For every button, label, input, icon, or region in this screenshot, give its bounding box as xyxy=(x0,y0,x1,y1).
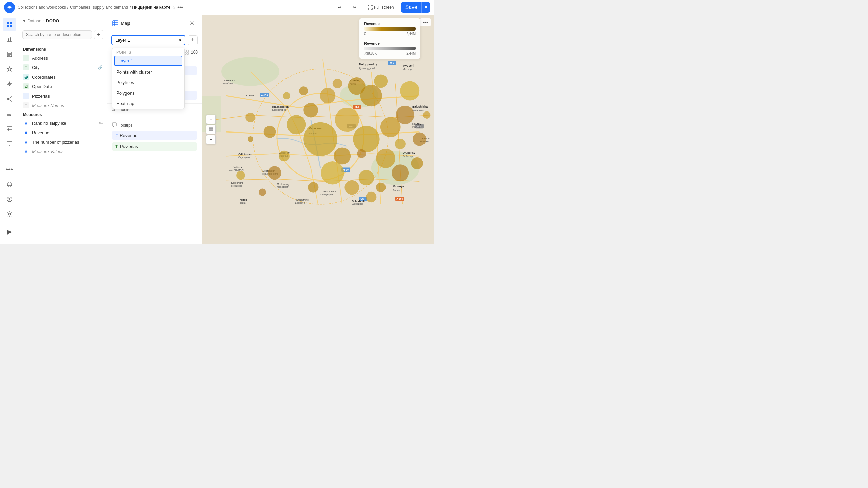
svg-point-111 xyxy=(392,164,409,181)
undo-button[interactable]: ↩ xyxy=(334,3,346,12)
svg-rect-2 xyxy=(7,25,9,27)
sidebar-item-grid[interactable] xyxy=(3,18,16,31)
svg-rect-140 xyxy=(209,130,211,131)
svg-rect-17 xyxy=(7,115,11,116)
tooltips-title: Tooltips xyxy=(112,122,197,128)
dropdown-item-layer1[interactable]: Layer 1 xyxy=(114,56,182,66)
dataset-chevron[interactable]: ▾ xyxy=(23,18,25,23)
breadcrumb-part2[interactable]: Companies: supply and demand xyxy=(70,5,128,10)
svg-point-135 xyxy=(236,171,245,180)
layer-dropdown[interactable]: Layer 1 ▾ Points Layer 1 Points with clu… xyxy=(111,35,185,45)
dropdown-item-polylines[interactable]: Polylines xyxy=(112,77,184,88)
tooltips-revenue-field[interactable]: # Revenue xyxy=(112,131,197,140)
sidebar-item-monitor[interactable] xyxy=(3,137,16,150)
zoom-in-button[interactable]: + xyxy=(206,115,216,124)
svg-point-134 xyxy=(248,136,253,142)
svg-point-117 xyxy=(400,81,419,101)
fullscreen-button[interactable]: Full screen xyxy=(363,3,398,12)
svg-text:Московский: Московский xyxy=(277,186,289,188)
measure-values[interactable]: # Measure Values xyxy=(19,147,107,156)
svg-text:Балашиха: Балашиха xyxy=(412,109,424,112)
city-icon: T xyxy=(23,64,29,70)
add-layer-button[interactable]: + xyxy=(188,35,198,45)
layer-selector: Layer 1 ▾ Points Layer 1 Points with clu… xyxy=(107,32,202,48)
dimension-coordinates[interactable]: ◎ Coordinates xyxy=(19,72,107,82)
svg-point-116 xyxy=(374,75,388,88)
favorite-icon[interactable]: ☆ xyxy=(172,5,176,10)
sidebar-item-more[interactable]: ••• xyxy=(3,163,16,176)
icon-sidebar-bottom: ••• ▶ xyxy=(3,163,16,241)
svg-point-119 xyxy=(279,151,290,161)
svg-point-11 xyxy=(7,98,8,100)
sidebar-item-table[interactable] xyxy=(3,122,16,136)
svg-point-127 xyxy=(283,92,290,99)
save-split-button[interactable]: Save ▾ xyxy=(401,2,430,13)
map-more-button[interactable]: ••• xyxy=(420,18,431,26)
sidebar-item-charts[interactable] xyxy=(3,33,16,46)
map-background[interactable]: A-100 M-9 M-8 MRD MRD M-10 A-105 OSF Dol… xyxy=(202,15,434,244)
svg-rect-31 xyxy=(187,50,189,52)
sidebar-item-lightning[interactable] xyxy=(3,77,16,91)
zoom-out-button[interactable]: − xyxy=(206,135,216,144)
sidebar-item-settings[interactable] xyxy=(3,207,16,221)
svg-text:Троицк: Троицк xyxy=(238,202,246,204)
address-icon: T xyxy=(23,55,29,61)
legend-range2-max: 2,44M xyxy=(406,52,416,55)
viz-settings-button[interactable] xyxy=(187,18,197,28)
sidebar-item-bell[interactable] xyxy=(3,178,16,191)
dimension-pizzerias[interactable]: T Pizzerias xyxy=(19,91,107,101)
svg-text:Дрожжино: Дрожжино xyxy=(295,202,305,204)
tooltips-pizzerias-label: Pizzerias xyxy=(120,144,138,149)
dropdown-section-header: Points xyxy=(112,48,184,55)
svg-point-108 xyxy=(334,147,351,164)
more-options-icon[interactable]: ••• xyxy=(177,4,183,11)
sidebar-item-connections[interactable] xyxy=(3,92,16,106)
save-arrow[interactable]: ▾ xyxy=(421,2,430,13)
svg-text:Нахабино: Нахабино xyxy=(223,82,233,85)
svg-text:Vniiссок: Vniiссок xyxy=(234,166,243,169)
svg-rect-28 xyxy=(113,21,118,26)
viz-title: Map xyxy=(121,21,185,26)
svg-rect-22 xyxy=(7,142,12,145)
dimension-city[interactable]: T City 🔗 xyxy=(19,63,107,72)
search-input[interactable] xyxy=(22,30,92,39)
measure-rank[interactable]: # Rank по выручке fω xyxy=(19,118,107,128)
svg-text:M-9: M-9 xyxy=(355,106,359,109)
svg-text:Reutov: Reutov xyxy=(412,122,421,125)
dataset-name: DODO xyxy=(46,18,59,23)
drag-icon[interactable] xyxy=(206,125,216,134)
redo-button[interactable]: ↪ xyxy=(349,3,361,12)
measure-number[interactable]: # The number of pizzerias xyxy=(19,137,107,147)
tooltips-revenue-label: Revenue xyxy=(120,133,137,138)
svg-text:Одинцово: Одинцово xyxy=(238,156,250,159)
save-label[interactable]: Save xyxy=(401,2,421,13)
breadcrumb-part1[interactable]: Collections and workbooks xyxy=(18,5,66,10)
sidebar-item-favorites[interactable] xyxy=(3,62,16,76)
opendate-label: OpenDate xyxy=(32,84,103,89)
dimension-opendate[interactable]: ☑ OpenDate xyxy=(19,82,107,91)
dataset-label: Dataset: xyxy=(27,18,44,23)
sidebar-item-reports[interactable] xyxy=(3,47,16,61)
measure-revenue[interactable]: # Revenue xyxy=(19,128,107,137)
svg-point-130 xyxy=(357,149,366,158)
sidebar-item-play[interactable]: ▶ xyxy=(3,225,16,239)
dataset-panel: ▾ Dataset: DODO + Dimensions T Address T… xyxy=(19,15,107,244)
topbar: Collections and workbooks / Companies: s… xyxy=(0,0,434,15)
tooltips-pizzerias-field[interactable]: T Pizzerias xyxy=(112,142,197,151)
dropdown-item-polygons[interactable]: Polygons xyxy=(112,88,184,98)
dimension-measure-names[interactable]: T Measure Names xyxy=(19,101,107,110)
app-logo[interactable] xyxy=(4,2,15,13)
dropdown-item-heatmap[interactable]: Heatmap xyxy=(112,98,184,109)
svg-text:A-100: A-100 xyxy=(261,94,268,97)
svg-text:Kommunarka: Kommunarka xyxy=(323,190,337,193)
add-field-button[interactable]: + xyxy=(94,30,103,39)
sidebar-item-bar[interactable] xyxy=(3,107,16,121)
sidebar-item-help[interactable] xyxy=(3,192,16,206)
svg-text:Krasnogorsk: Krasnogorsk xyxy=(272,105,289,108)
rank-func-icon: fω xyxy=(99,121,103,125)
svg-rect-18 xyxy=(7,126,12,131)
legend-range1: 0 2,44M xyxy=(364,32,416,36)
dropdown-item-points-cluster[interactable]: Points with cluster xyxy=(112,67,184,77)
dimension-address[interactable]: T Address xyxy=(19,53,107,63)
breadcrumb-current: Пиццерии на карте xyxy=(132,5,171,10)
